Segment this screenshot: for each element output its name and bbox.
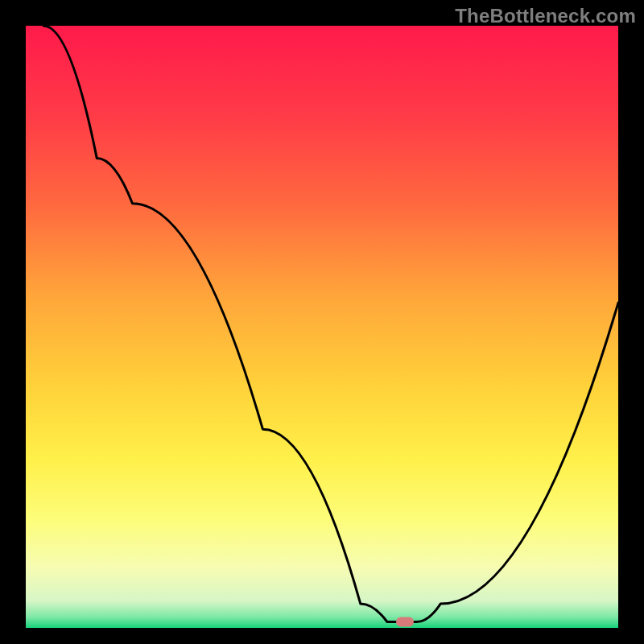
- optimal-marker: [396, 617, 414, 627]
- bottleneck-chart: [0, 0, 644, 644]
- plot-area: [26, 26, 618, 628]
- watermark-text: TheBottleneck.com: [455, 5, 636, 27]
- chart-root: TheBottleneck.com: [0, 0, 644, 644]
